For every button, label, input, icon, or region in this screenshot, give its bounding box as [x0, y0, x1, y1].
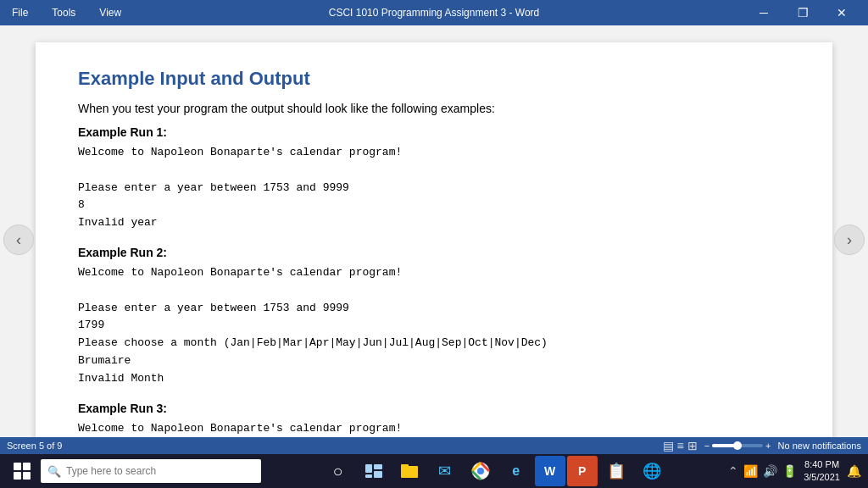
browser-button[interactable]: 🌐 [635, 456, 669, 486]
network-icon[interactable]: 📶 [743, 464, 758, 478]
battery-icon[interactable]: 🔋 [782, 464, 797, 478]
run2-heading: Example Run 2: [78, 246, 790, 259]
window-title: CSCI 1010 Programming Assignment 3 - Wor… [329, 7, 540, 19]
menu-file[interactable]: File [7, 5, 33, 20]
run1-heading: Example Run 1: [78, 125, 790, 139]
view-icon-1[interactable]: ▤ [663, 439, 674, 452]
page-count: Screen 5 of 9 [7, 441, 62, 451]
nav-next-button[interactable]: › [834, 225, 865, 255]
chrome-button[interactable] [464, 456, 498, 486]
status-right: ▤ ≡ ⊞ − + No new notifications [663, 439, 862, 452]
clock-time: 8:40 PM [804, 458, 840, 471]
svg-rect-2 [374, 471, 382, 478]
cortana-button[interactable]: ○ [321, 456, 355, 486]
chevron-up-icon[interactable]: ⌃ [728, 464, 738, 478]
taskview-icon [365, 464, 382, 478]
notification-icon: 🔔 [847, 464, 861, 478]
taskbar-apps: ○ ✉ [321, 456, 669, 486]
zoom-plus[interactable]: + [765, 441, 771, 451]
clock[interactable]: 8:40 PM 3/5/2021 [804, 458, 840, 485]
svg-rect-1 [374, 464, 382, 469]
document-page: Example Input and Output When you test y… [36, 42, 832, 454]
section-heading: Example Input and Output [78, 68, 790, 90]
system-tray: ⌃ 📶 🔊 🔋 [728, 464, 797, 478]
restore-button[interactable]: ❐ [783, 0, 822, 25]
taskbar-search-bar[interactable]: 🔍 [41, 459, 261, 483]
minimize-button[interactable]: ─ [744, 0, 783, 25]
run3-code: Welcome to Napoleon Bonaparte's calendar… [78, 420, 790, 438]
svg-rect-0 [365, 464, 372, 473]
run1-code: Welcome to Napoleon Bonaparte's calendar… [78, 144, 790, 232]
window-controls: ─ ❐ ✕ [744, 0, 861, 25]
svg-point-7 [477, 468, 484, 474]
clock-date: 3/5/2021 [804, 471, 840, 484]
notif-text: No new notifications [778, 441, 861, 451]
zoom-control: − + [704, 441, 771, 451]
taskview-button[interactable] [357, 456, 391, 486]
volume-icon[interactable]: 🔊 [763, 464, 777, 478]
windows-logo-icon [14, 463, 31, 480]
zoom-minus[interactable]: − [704, 441, 709, 451]
close-button[interactable]: ✕ [822, 0, 861, 25]
status-bar: Screen 5 of 9 ▤ ≡ ⊞ − + No new notificat… [0, 437, 868, 454]
menu-view[interactable]: View [94, 5, 126, 20]
view-icon-2[interactable]: ≡ [677, 439, 684, 452]
title-bar: File Tools View CSCI 1010 Programming As… [0, 0, 868, 25]
chrome-icon [471, 462, 490, 480]
powerpoint-button[interactable]: P [567, 456, 598, 486]
run3-heading: Example Run 3: [78, 402, 790, 415]
word-button[interactable]: W [535, 456, 565, 486]
taskbar-right: ⌃ 📶 🔊 🔋 8:40 PM 3/5/2021 🔔 [728, 458, 861, 485]
taskbar-search-input[interactable] [66, 465, 254, 477]
zoom-thumb [733, 441, 742, 450]
explorer-icon [400, 462, 419, 480]
svg-rect-4 [401, 466, 418, 478]
menu-bar: File Tools View [7, 5, 126, 20]
svg-rect-5 [401, 464, 409, 468]
taskbar-left: 🔍 [7, 456, 261, 486]
nav-prev-button[interactable]: ‹ [3, 225, 34, 255]
status-icons: ▤ ≡ ⊞ [663, 439, 698, 452]
svg-rect-3 [365, 474, 372, 478]
zoom-bar[interactable] [712, 444, 763, 447]
explorer-button[interactable] [392, 456, 426, 486]
files-button[interactable]: 📋 [599, 456, 633, 486]
menu-tools[interactable]: Tools [47, 5, 81, 20]
document-area: ‹ Example Input and Output When you test… [0, 25, 868, 454]
windows-start-button[interactable] [7, 456, 37, 486]
intro-text: When you test your program the output sh… [78, 102, 790, 115]
notification-area[interactable]: 🔔 [847, 464, 861, 478]
mail-button[interactable]: ✉ [428, 456, 462, 486]
taskbar: 🔍 ○ ✉ [0, 454, 868, 488]
edge-button[interactable]: e [499, 456, 533, 486]
view-icon-3[interactable]: ⊞ [687, 439, 698, 452]
run2-code: Welcome to Napoleon Bonaparte's calendar… [78, 264, 790, 388]
taskbar-search-icon: 🔍 [47, 465, 61, 478]
